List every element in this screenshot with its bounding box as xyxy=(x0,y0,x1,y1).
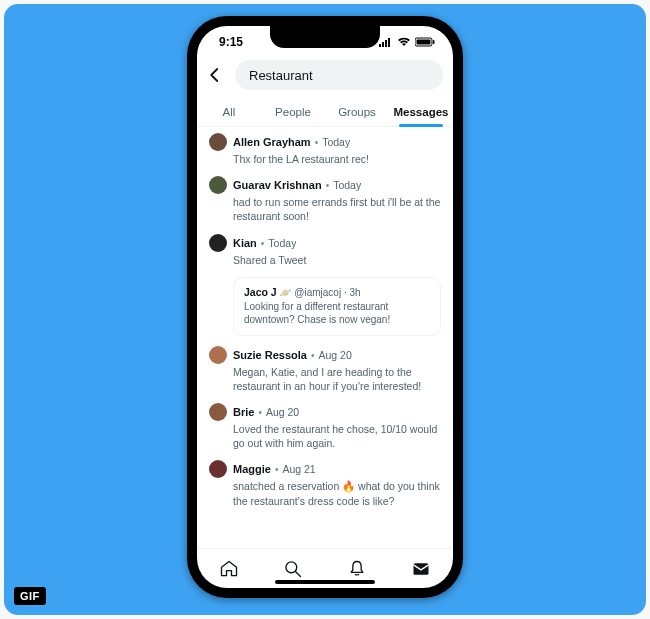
home-indicator xyxy=(275,580,375,584)
sender-name: Allen Grayham xyxy=(233,136,311,148)
sender-name: Guarav Krishnan xyxy=(233,179,322,191)
search-input[interactable]: Restaurant xyxy=(235,60,443,90)
quoted-emoji: 🪐 xyxy=(279,287,291,298)
phone-notch xyxy=(270,26,380,48)
message-date: Today xyxy=(268,237,296,249)
message-body: Megan, Katie, and I are heading to the r… xyxy=(233,365,441,393)
tab-label: Groups xyxy=(338,106,376,118)
phone-screen: 9:15 Restaurant xyxy=(197,26,453,588)
sender-name: Brie xyxy=(233,406,254,418)
tab-all[interactable]: All xyxy=(197,98,261,126)
search-row: Restaurant xyxy=(197,56,453,98)
back-button[interactable] xyxy=(203,63,227,87)
quoted-handle: @iamjacoj xyxy=(294,287,341,298)
media-container: 9:15 Restaurant xyxy=(0,0,650,619)
nav-search[interactable] xyxy=(282,558,304,580)
svg-rect-5 xyxy=(417,40,431,45)
tab-label: All xyxy=(223,106,236,118)
tabs-bar: All People Groups Messages xyxy=(197,98,453,127)
tab-messages[interactable]: Messages xyxy=(389,98,453,126)
sender-name: Kian xyxy=(233,237,257,249)
svg-line-8 xyxy=(296,571,301,576)
search-query-text: Restaurant xyxy=(249,68,313,83)
tab-label: Messages xyxy=(394,106,449,118)
nav-home[interactable] xyxy=(218,558,240,580)
message-date: Aug 20 xyxy=(266,406,299,418)
message-body: Loved the restaurant he chose, 10/10 wou… xyxy=(233,422,441,450)
message-item[interactable]: Kian • Today Shared a Tweet xyxy=(209,234,441,267)
messages-list[interactable]: Allen Grayham • Today Thx for the LA res… xyxy=(197,127,453,548)
svg-rect-3 xyxy=(388,38,390,47)
svg-rect-6 xyxy=(433,40,435,44)
message-body: had to run some errands first but i'll b… xyxy=(233,195,441,223)
envelope-icon xyxy=(411,559,431,579)
quoted-header: Jaco J 🪐 @iamjacoj · 3h xyxy=(244,286,430,298)
nav-notifications[interactable] xyxy=(346,558,368,580)
message-item[interactable]: Maggie • Aug 21 snatched a reservation 🔥… xyxy=(209,460,441,507)
home-icon xyxy=(219,559,239,579)
avatar xyxy=(209,460,227,478)
nav-messages[interactable] xyxy=(410,558,432,580)
separator-dot: • xyxy=(315,137,319,148)
separator-dot: • xyxy=(261,238,265,249)
phone-frame: 9:15 Restaurant xyxy=(187,16,463,598)
message-item[interactable]: Brie • Aug 20 Loved the restaurant he ch… xyxy=(209,403,441,450)
bell-icon xyxy=(347,559,367,579)
message-date: Today xyxy=(322,136,350,148)
gif-badge: GIF xyxy=(14,587,46,605)
svg-rect-1 xyxy=(382,42,384,47)
avatar xyxy=(209,176,227,194)
quoted-tweet[interactable]: Jaco J 🪐 @iamjacoj · 3h Looking for a di… xyxy=(233,277,441,336)
separator-dot: • xyxy=(275,464,279,475)
separator-dot: • xyxy=(258,407,262,418)
message-date: Aug 21 xyxy=(282,463,315,475)
separator-dot: • xyxy=(326,180,330,191)
signal-icon xyxy=(379,37,393,47)
status-time: 9:15 xyxy=(219,35,243,49)
message-body: Shared a Tweet xyxy=(233,253,441,267)
tab-people[interactable]: People xyxy=(261,98,325,126)
message-body: snatched a reservation 🔥 what do you thi… xyxy=(233,479,441,507)
chevron-left-icon xyxy=(206,66,224,84)
quoted-time: 3h xyxy=(349,287,360,298)
svg-rect-9 xyxy=(414,563,429,575)
quoted-name: Jaco J xyxy=(244,286,277,298)
tab-label: People xyxy=(275,106,311,118)
svg-rect-0 xyxy=(379,44,381,47)
avatar xyxy=(209,346,227,364)
status-indicators xyxy=(379,37,435,47)
poster-background: 9:15 Restaurant xyxy=(4,4,646,615)
avatar xyxy=(209,403,227,421)
sender-name: Maggie xyxy=(233,463,271,475)
battery-icon xyxy=(415,37,435,47)
sender-name: Suzie Ressola xyxy=(233,349,307,361)
quoted-body: Looking for a different restaurant downt… xyxy=(244,300,430,327)
message-date: Aug 20 xyxy=(319,349,352,361)
wifi-icon xyxy=(397,37,411,47)
tab-groups[interactable]: Groups xyxy=(325,98,389,126)
message-item[interactable]: Guarav Krishnan • Today had to run some … xyxy=(209,176,441,223)
separator-dot: • xyxy=(311,350,315,361)
message-date: Today xyxy=(333,179,361,191)
message-item[interactable]: Suzie Ressola • Aug 20 Megan, Katie, and… xyxy=(209,346,441,393)
avatar xyxy=(209,234,227,252)
message-body: Thx for the LA restaurant rec! xyxy=(233,152,441,166)
message-item[interactable]: Allen Grayham • Today Thx for the LA res… xyxy=(209,133,441,166)
search-icon xyxy=(283,559,303,579)
svg-rect-2 xyxy=(385,40,387,47)
avatar xyxy=(209,133,227,151)
